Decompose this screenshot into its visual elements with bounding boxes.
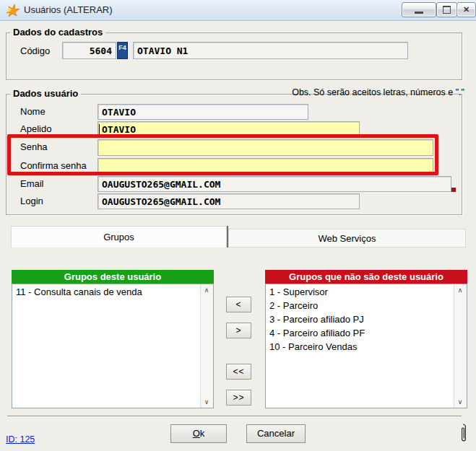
ok-button[interactable]: Ok bbox=[170, 424, 227, 443]
move-right-one-button[interactable]: > bbox=[226, 323, 251, 338]
list-item[interactable]: 11 - Consulta canais de venda bbox=[12, 285, 201, 299]
tab-web-servicos[interactable]: Web Serviços bbox=[228, 229, 466, 248]
confirma-senha-label: Confirma senha bbox=[20, 160, 87, 171]
senha-label: Senha bbox=[20, 141, 48, 152]
maximize-icon bbox=[443, 6, 451, 14]
annotation-artifact-dot bbox=[451, 188, 456, 192]
cadastro-nome-display[interactable] bbox=[133, 42, 408, 59]
minimize-button[interactable] bbox=[402, 2, 436, 17]
maximize-button[interactable] bbox=[436, 2, 457, 17]
nonmember-groups-list: 1 - Supervisor2 - Parceiro3 - Parceiro a… bbox=[266, 284, 454, 408]
window-title: Usuários (ALTERAR) bbox=[24, 0, 113, 19]
scroll-down-icon[interactable]: ∨ bbox=[454, 396, 466, 408]
nonmember-groups-header: Grupos que não são deste usuário bbox=[265, 270, 467, 284]
app-fox-icon bbox=[6, 4, 20, 17]
senha-input[interactable] bbox=[98, 139, 433, 156]
member-groups-header: Grupos deste usuário bbox=[12, 270, 214, 284]
list-item[interactable]: 4 - Parceiro afiliado PF bbox=[266, 326, 454, 340]
member-groups-list: 11 - Consulta canais de venda bbox=[12, 284, 201, 408]
move-right-all-button[interactable]: >> bbox=[226, 390, 251, 406]
apelido-label: Apelido bbox=[20, 123, 51, 134]
list-item[interactable]: 3 - Parceiro afiliado PJ bbox=[266, 312, 454, 326]
email-input[interactable] bbox=[98, 176, 451, 192]
list-item[interactable]: 1 - Supervisor bbox=[266, 285, 454, 299]
scroll-up-icon[interactable]: ∧ bbox=[454, 284, 466, 296]
member-groups-listbox[interactable]: 11 - Consulta canais de venda ∧ ∨ bbox=[12, 284, 214, 408]
minimize-icon bbox=[415, 12, 423, 14]
close-button[interactable]: ✕ bbox=[456, 2, 476, 17]
codigo-input[interactable] bbox=[62, 42, 116, 59]
login-label: Login bbox=[20, 196, 43, 206]
close-icon: ✕ bbox=[463, 6, 469, 14]
confirma-senha-input[interactable] bbox=[98, 158, 433, 175]
record-id-link[interactable]: ID: 125 bbox=[6, 434, 35, 445]
codigo-label: Código bbox=[20, 45, 50, 56]
usuarios-alterar-window: Usuários (ALTERAR) ✕ Dados do cadastros … bbox=[0, 0, 476, 451]
cancel-button[interactable]: Cancelar bbox=[246, 424, 306, 443]
list-item[interactable]: 10 - Parceiro Vendas bbox=[266, 340, 454, 354]
scroll-up-icon[interactable]: ∧ bbox=[201, 284, 212, 296]
move-left-one-button[interactable]: < bbox=[226, 297, 251, 312]
text-caret bbox=[99, 124, 100, 134]
nome-label: Nome bbox=[20, 106, 46, 117]
tab-divider bbox=[227, 226, 228, 248]
member-list-scrollbar[interactable]: ∧ ∨ bbox=[200, 284, 213, 408]
nonmember-groups-listbox[interactable]: 1 - Supervisor2 - Parceiro3 - Parceiro a… bbox=[265, 284, 467, 408]
tab-grupos[interactable]: Grupos bbox=[11, 226, 227, 248]
obs-note: Obs. Só serão aceitos letras, números e … bbox=[292, 87, 464, 97]
apelido-input[interactable] bbox=[98, 121, 360, 137]
groupbox-cadastros-label: Dados do cadastros bbox=[10, 27, 105, 38]
titlebar[interactable]: Usuários (ALTERAR) ✕ bbox=[0, 0, 476, 21]
email-label: Email bbox=[20, 178, 44, 189]
scroll-down-icon[interactable]: ∨ bbox=[201, 396, 212, 408]
nonmember-list-scrollbar[interactable]: ∧ ∨ bbox=[454, 284, 467, 408]
nome-input[interactable] bbox=[98, 104, 308, 120]
move-left-all-button[interactable]: << bbox=[226, 364, 251, 380]
paperclip-icon bbox=[458, 421, 468, 447]
login-input[interactable] bbox=[98, 193, 360, 209]
f4-lookup-button[interactable]: F4 bbox=[117, 42, 128, 59]
list-item[interactable]: 2 - Parceiro bbox=[266, 299, 454, 312]
footer-divider bbox=[7, 416, 462, 417]
groupbox-usuario-label: Dados usuário bbox=[10, 88, 81, 99]
